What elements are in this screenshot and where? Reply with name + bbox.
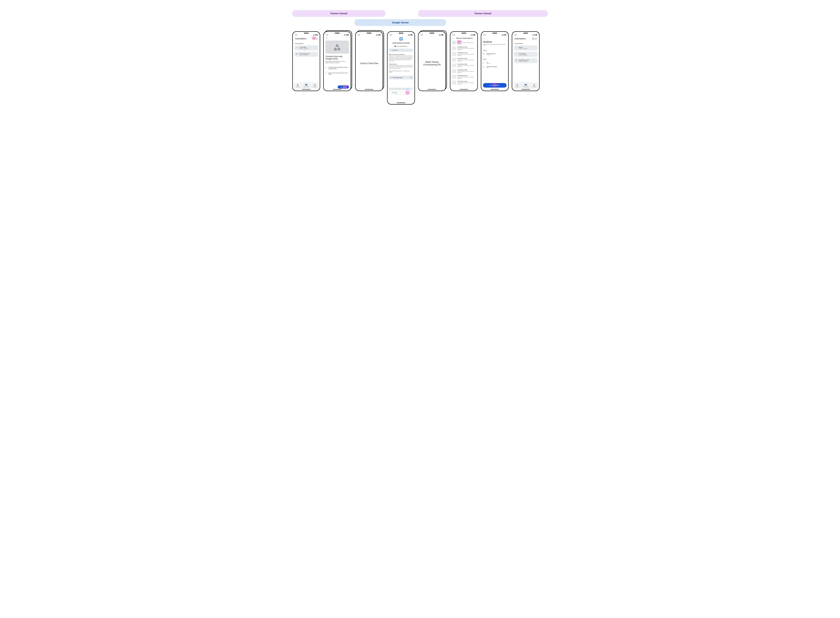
learn-more-link[interactable]: Learn more: [389, 61, 394, 61]
discover-row[interactable]: Automation nameLorem ipsum dolor sit ame…: [452, 69, 476, 73]
back-icon[interactable]: ←: [452, 37, 454, 39]
status-time: 9:30: [452, 34, 455, 36]
moon-icon: ☾: [452, 40, 456, 45]
discover-row[interactable]: Automation nameLorem ipsum dolor sit ame…: [452, 75, 476, 79]
page-title: Discover Automations: [456, 37, 473, 39]
row-sub: Lorem ipsum dolor sit amet, consectetur …: [458, 71, 476, 73]
automation-card[interactable]: ⇄ Commuting to work 1 starter • 3 action…: [295, 52, 318, 57]
devices-icon: [297, 84, 298, 85]
device-count: 4 device types linked: [393, 77, 403, 78]
account-icon[interactable]: [535, 38, 537, 40]
tos-link[interactable]: Terms of Service: [403, 88, 409, 89]
bottom-nav: Devices Automations Settings: [513, 82, 538, 89]
row-title: Automation name: [458, 63, 476, 65]
nav-label: Settings: [313, 86, 317, 87]
gear-icon[interactable]: ⚙: [410, 77, 412, 78]
wifi-icon: ◢: [439, 34, 440, 36]
wifi-icon: ◢: [376, 34, 377, 36]
discover-row[interactable]: Automation nameLorem ipsum dolor sit ame…: [452, 80, 476, 85]
google-owned-banner: Google Owned: [354, 19, 446, 26]
discover-row[interactable]: Automation nameLorem ipsum dolor sit ame…: [452, 58, 476, 62]
nav-automations[interactable]: Automations: [523, 83, 528, 87]
placeholder-label: Cloud to Cloud Flow: [357, 37, 381, 91]
action-row[interactable]: ◇ Kids bedroom lightsDim: [483, 66, 507, 68]
signal-icon: [345, 34, 347, 35]
close-icon[interactable]: ×: [325, 37, 349, 40]
action-title: TV: [487, 62, 490, 63]
gesture-bar: [365, 89, 373, 90]
body-text: Enjoy advanced automations and control o…: [325, 61, 349, 64]
action-row[interactable]: ▭ TVTurn off: [483, 62, 507, 64]
nav-automations[interactable]: Automations: [304, 83, 309, 87]
devices-icon: [516, 84, 518, 85]
linked-heading: Linked devices: [389, 64, 413, 65]
phone-link-consent: 9:30 ◢ ⌂ Link home to Acme alex.miller@g…: [387, 31, 415, 105]
page-title: Link home to Acme: [389, 42, 413, 44]
status-bar: 9:30 ◢: [388, 32, 415, 37]
automation-card[interactable]: ⇄ Commuting to work1 starter • 3 actions: [514, 58, 538, 63]
section-label: My automations: [515, 43, 537, 44]
trust-body: When you grant Smart App access to your …: [389, 55, 413, 62]
battery-icon: [347, 34, 349, 35]
create-icon[interactable]: +: [532, 38, 534, 40]
gesture-bar: [490, 89, 499, 90]
google-account-link[interactable]: Google Account: [404, 89, 410, 90]
row-sub: Lorem ipsum dolor sit amet, consectetur …: [458, 82, 476, 85]
discover-row[interactable]: Automation nameLorem ipsum dolor sit ame…: [452, 52, 476, 56]
placeholder-image: [325, 40, 349, 53]
gesture-bar: [397, 103, 405, 103]
automation-card[interactable]: ▭ TV time lights1 starter • 2 actions: [514, 52, 538, 57]
wifi-icon: ◢: [408, 34, 409, 36]
home-selector[interactable]: ⌂ SF Home: [389, 49, 413, 52]
privacy-policy-link[interactable]: Privacy Policy: [395, 88, 401, 89]
discover-row[interactable]: Automation nameLorem ipsum dolor sit ame…: [452, 46, 476, 50]
card-subtitle: 1 starter • 3 actions: [299, 55, 309, 55]
discover-row[interactable]: Automation nameLorem ipsum dolor sit ame…: [452, 63, 476, 67]
status-bar: 9:30 ◢: [450, 32, 477, 37]
nav-label: Automations: [304, 86, 309, 87]
wifi-icon: ◢: [532, 34, 533, 36]
wifi-icon: ◢: [344, 34, 345, 36]
card-subtitle: 1 starter • 2 actions: [519, 48, 527, 49]
card-icon: ⇄: [516, 60, 517, 61]
phone-bedtime-detail: 9:30 ◢ ← Bedtime At 9pm, the TV powers d…: [481, 31, 509, 91]
tv-icon: ▭: [296, 47, 298, 49]
status-bar: 9:30 ◢: [324, 32, 351, 37]
phone-cloud-flow: 9:30 ◢ Cloud to Cloud Flow: [355, 31, 383, 91]
phone-matter-api: 9:30 ◢ Matter Sharing Commissioning API: [418, 31, 446, 91]
nav-settings[interactable]: Settings: [313, 83, 317, 87]
nav-devices[interactable]: Devices: [515, 83, 519, 87]
status-bar: 9:30 ◢: [481, 32, 508, 37]
automation-card[interactable]: ▭ TV time lights 1 starter • 2 actions: [295, 45, 318, 51]
device-types-row[interactable]: ▭4 device types linked ⚙: [389, 76, 413, 79]
automations-icon: [305, 84, 307, 85]
automation-card[interactable]: ☾ Bedtime1 starter • 2 actions: [514, 45, 538, 51]
hotspot: [405, 91, 410, 95]
avatar-icon: [394, 46, 396, 47]
nav-devices[interactable]: Devices: [295, 83, 300, 87]
page-title: Automations: [515, 37, 526, 40]
starter-row[interactable]: ◷ When the time is9:00 PM: [483, 53, 507, 55]
hotspot: [457, 40, 461, 45]
partner-owned-banner-left: Partner Owned: [292, 10, 385, 17]
back-icon[interactable]: ←: [483, 37, 485, 39]
placeholder-label: Matter Sharing Commissioning API: [420, 37, 444, 91]
card-title: TV time lights: [519, 53, 527, 54]
gesture-bar: [302, 89, 310, 90]
devices-icon: ▭: [325, 72, 327, 74]
footer-legal: See Smart App Privacy Policy and Terms o…: [389, 88, 413, 90]
gesture-bar: [460, 89, 468, 90]
nav-settings[interactable]: Settings: [532, 83, 536, 87]
app-icon: ⌂: [399, 37, 403, 40]
actions-label: Actions: [483, 59, 507, 60]
wifi-icon: ◢: [501, 34, 502, 36]
no-thanks-button[interactable]: No thanks: [389, 91, 400, 94]
phone-connect-acme: 9:30 ◢ × Connect Acme and: [323, 31, 351, 91]
discover-row[interactable]: ☾ BedtimeAt 9pm, the TV powers down, bed…: [452, 40, 476, 45]
signal-icon: [314, 34, 316, 35]
card-subtitle: 1 starter • 2 actions: [299, 48, 308, 49]
home-icon: ⌂: [391, 50, 391, 51]
bottom-nav: Devices Automations Settings: [294, 82, 319, 89]
row-title: Automation name: [458, 69, 476, 71]
placeholder-thumb: [452, 75, 456, 79]
